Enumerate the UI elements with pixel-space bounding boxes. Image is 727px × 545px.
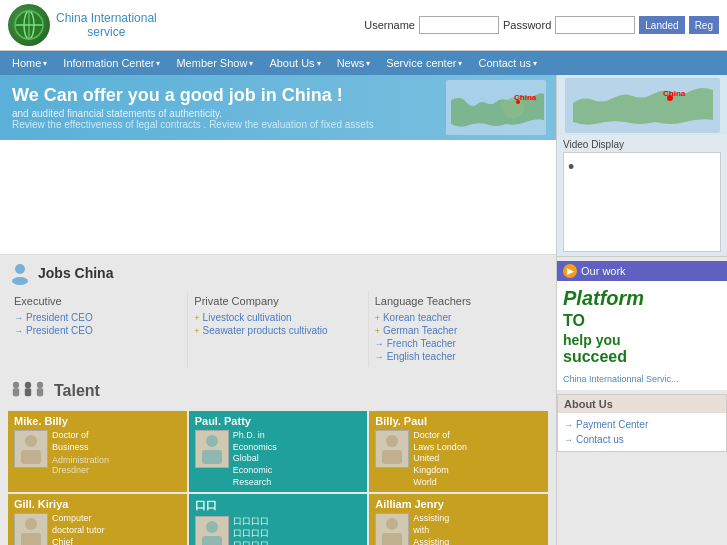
- svg-rect-15: [37, 388, 43, 396]
- talent-name-billy: Billy. Paul: [375, 415, 542, 427]
- logo-icon: [8, 4, 50, 46]
- nav-member[interactable]: Member Show ▾: [168, 51, 261, 75]
- nav-information[interactable]: Information Center ▾: [55, 51, 168, 75]
- svg-rect-25: [202, 536, 222, 545]
- job-col-executive: Executive → President CEO → President CE…: [8, 291, 187, 367]
- talent-row-1: Mike. Billy Doctor ofBusiness Administ: [8, 411, 548, 492]
- job-item[interactable]: → English teacher: [375, 350, 542, 363]
- nav-home-arrow: ▾: [43, 59, 47, 68]
- svg-rect-13: [25, 388, 31, 396]
- talent-location-mike: AdministrationDresdner: [52, 455, 109, 475]
- nav-contact[interactable]: Contact us ▾: [470, 51, 545, 75]
- svg-point-22: [25, 518, 37, 530]
- job-arrow-icon: +: [194, 313, 199, 323]
- job-arrow-icon: →: [375, 339, 384, 349]
- password-input[interactable]: [555, 16, 635, 34]
- svg-rect-21: [382, 450, 402, 464]
- talent-name-chinese: 口口: [195, 498, 362, 513]
- about-us-header: About Us: [558, 395, 726, 413]
- svg-point-12: [25, 382, 31, 388]
- reg-button[interactable]: Reg: [689, 16, 719, 34]
- svg-text:China: China: [514, 93, 537, 102]
- jobs-icon: [8, 261, 32, 285]
- svg-point-26: [386, 518, 398, 530]
- svg-point-9: [12, 277, 28, 285]
- svg-rect-27: [382, 533, 402, 545]
- talent-avatar-mike: [14, 430, 48, 468]
- svg-rect-17: [21, 450, 41, 464]
- navigation: Home ▾ Information Center ▾ Member Show …: [0, 51, 727, 75]
- talent-body-ailliam: AssistingwithAssistingwith: [375, 513, 542, 545]
- job-item[interactable]: + German Teacher: [375, 324, 542, 337]
- talent-card-ailliam: Ailliam Jenry AssistingwithAssistingwith: [369, 494, 548, 545]
- svg-rect-11: [13, 388, 19, 396]
- video-display-box: Video Display •: [557, 135, 727, 257]
- job-arrow-icon: →: [375, 352, 384, 362]
- svg-point-24: [206, 521, 218, 533]
- video-content: •: [563, 152, 721, 252]
- talent-card-paul: Paul. Patty Ph.D. inEconomicsGlobalEcono…: [189, 411, 368, 492]
- job-arrow-icon: →: [14, 313, 23, 323]
- platform-line2: TO: [563, 312, 721, 330]
- content-area: [0, 140, 556, 255]
- talent-body-mike: Doctor ofBusiness AdministrationDresdner: [14, 430, 181, 475]
- talent-row-2: Gill. Kiriya Computerdoctoral tutorChief…: [8, 494, 548, 545]
- talent-title: Talent: [54, 382, 100, 400]
- job-col-language: Language Teachers + Korean teacher + Ger…: [368, 291, 548, 367]
- nav-service[interactable]: Service center ▾: [378, 51, 470, 75]
- about-arrow-icon: →: [564, 420, 573, 430]
- china-intl-label: China Internationnal Servic...: [557, 372, 727, 390]
- landed-button[interactable]: Landed: [639, 16, 684, 34]
- jobs-header: Jobs China: [8, 261, 548, 285]
- job-item[interactable]: → President CEO: [14, 311, 181, 324]
- platform-line1: Platform: [563, 287, 721, 310]
- about-us-items: → Payment Center → Contact us: [558, 413, 726, 451]
- username-input[interactable]: [419, 16, 499, 34]
- job-col-private: Private Company + Livestock cultivation …: [187, 291, 367, 367]
- talent-body-paul: Ph.D. inEconomicsGlobalEconomicResearch: [195, 430, 362, 488]
- talent-section: Talent Mike. Billy: [0, 373, 556, 545]
- nav-contact-arrow: ▾: [533, 59, 537, 68]
- svg-point-16: [25, 435, 37, 447]
- talent-card-mike: Mike. Billy Doctor ofBusiness Administ: [8, 411, 187, 492]
- nav-home[interactable]: Home ▾: [4, 51, 55, 75]
- job-item[interactable]: → President CEO: [14, 324, 181, 337]
- jobs-section: Jobs China Executive → President CEO → P…: [0, 255, 556, 373]
- talent-name-gill: Gill. Kiriya: [14, 498, 181, 510]
- job-item[interactable]: + Korean teacher: [375, 311, 542, 324]
- talent-desc-billy: Doctor ofLaws LondonUnitedKingdomWorld: [413, 430, 467, 488]
- platform-line3: help you: [563, 332, 721, 348]
- talent-body-chinese: 口口口口口口口口口口口口: [195, 516, 362, 545]
- talent-desc-ailliam: AssistingwithAssistingwith: [413, 513, 449, 545]
- password-label: Password: [503, 19, 551, 31]
- our-work-header: ▶ Our work: [557, 261, 727, 281]
- talent-card-billy: Billy. Paul Doctor ofLaws LondonUnitedKi…: [369, 411, 548, 492]
- talent-icon: [8, 377, 48, 405]
- nav-news[interactable]: News ▾: [329, 51, 379, 75]
- nav-about[interactable]: About Us ▾: [261, 51, 328, 75]
- job-item[interactable]: + Livestock cultivation: [194, 311, 361, 324]
- talent-desc-chinese: 口口口口口口口口口口口口: [233, 516, 269, 545]
- video-dot: •: [564, 153, 720, 182]
- about-contact[interactable]: → Contact us: [564, 432, 720, 447]
- logo-area: China International service: [8, 4, 157, 46]
- job-arrow-icon: →: [14, 326, 23, 336]
- platform-line4: succeed: [563, 348, 721, 366]
- about-payment[interactable]: → Payment Center: [564, 417, 720, 432]
- about-us-box: About Us → Payment Center → Contact us: [557, 394, 727, 452]
- sidebar-map: China: [557, 75, 727, 135]
- talent-avatar-ailliam: [375, 513, 409, 545]
- job-item[interactable]: → French Teacher: [375, 337, 542, 350]
- banner: We Can offer you a good job in China ! a…: [0, 75, 556, 140]
- svg-point-14: [37, 382, 43, 388]
- our-work-icon: ▶: [563, 264, 577, 278]
- svg-point-20: [386, 435, 398, 447]
- job-arrow-icon: +: [375, 326, 380, 336]
- banner-map: China: [446, 80, 546, 135]
- talent-card-gill: Gill. Kiriya Computerdoctoral tutorChief…: [8, 494, 187, 545]
- talent-avatar-gill: [14, 513, 48, 545]
- about-payment-label: Payment Center: [576, 419, 648, 430]
- job-item[interactable]: + Seawater products cultivatio: [194, 324, 361, 337]
- right-sidebar: China Video Display • ▶ Our work Platfor…: [556, 75, 727, 545]
- nav-news-arrow: ▾: [366, 59, 370, 68]
